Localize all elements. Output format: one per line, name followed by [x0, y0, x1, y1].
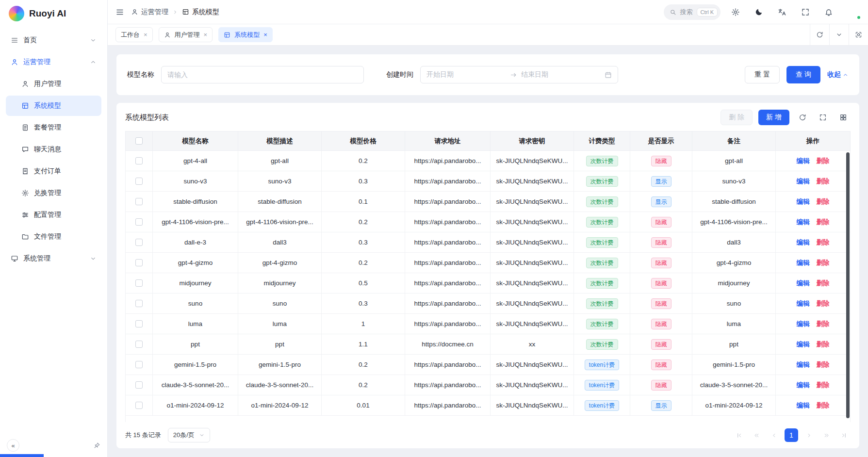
model-name-label: 模型名称 [127, 70, 154, 79]
delete-link[interactable]: 删除 [817, 178, 830, 185]
table-fullscreen-button[interactable] [816, 110, 830, 125]
pin-icon[interactable] [93, 442, 100, 449]
dark-mode-button[interactable] [751, 4, 767, 20]
delete-link[interactable]: 删除 [817, 239, 830, 246]
search-button[interactable]: 查 询 [786, 66, 820, 83]
sidebar-item-config[interactable]: 配置管理 [6, 205, 101, 225]
user-avatar[interactable] [846, 5, 860, 19]
edit-link[interactable]: 编辑 [797, 361, 810, 368]
select-all-checkbox[interactable] [135, 137, 143, 145]
reset-button[interactable]: 重 置 [745, 66, 780, 83]
row-checkbox[interactable] [135, 320, 143, 327]
edit-link[interactable]: 编辑 [797, 198, 810, 205]
close-icon[interactable]: × [263, 32, 267, 38]
sidebar-item-home[interactable]: 首页 [6, 30, 101, 50]
tab-refresh-button[interactable] [810, 24, 829, 45]
pagination-prev-button[interactable] [767, 428, 781, 442]
delete-link[interactable]: 删除 [817, 198, 830, 205]
edit-link[interactable]: 编辑 [797, 402, 810, 409]
table-scrollbar[interactable] [846, 152, 850, 418]
delete-link[interactable]: 删除 [817, 320, 830, 327]
notifications-button[interactable] [820, 4, 837, 20]
row-checkbox[interactable] [135, 198, 143, 205]
calendar-icon[interactable] [605, 71, 612, 79]
submenu-icon [21, 124, 29, 131]
sidebar-item-system[interactable]: 系统管理 [6, 248, 101, 269]
delete-link[interactable]: 删除 [817, 259, 830, 266]
cell-remark: stable-diffusion [692, 192, 776, 212]
delete-link[interactable]: 删除 [817, 300, 830, 307]
row-checkbox[interactable] [135, 259, 143, 266]
pagination-next-button[interactable] [802, 428, 816, 442]
home-icon [11, 36, 18, 44]
pagination-first-button[interactable] [732, 428, 746, 442]
row-checkbox[interactable] [135, 178, 143, 185]
breadcrumb-item-operations[interactable]: 运营管理 [131, 8, 168, 16]
sidebar-item-models[interactable]: 系统模型 [6, 96, 101, 116]
language-button[interactable] [774, 4, 790, 20]
column-settings-button[interactable] [836, 110, 851, 125]
tab-user-management[interactable]: 用户管理 × [159, 27, 213, 42]
hamburger-icon[interactable] [115, 8, 124, 16]
delete-button[interactable]: 删 除 [721, 110, 753, 125]
sidebar-item-files[interactable]: 文件管理 [6, 227, 101, 247]
edit-link[interactable]: 编辑 [797, 381, 810, 389]
close-icon[interactable]: × [204, 32, 208, 38]
visibility-tag: 隐藏 [651, 359, 671, 370]
close-icon[interactable]: × [144, 32, 147, 38]
edit-link[interactable]: 编辑 [797, 279, 810, 287]
fullscreen-button[interactable] [797, 4, 814, 20]
submenu-icon [21, 233, 29, 241]
settings-button[interactable] [727, 4, 744, 20]
breadcrumb-item-models[interactable]: 系统模型 [182, 8, 219, 16]
edit-link[interactable]: 编辑 [797, 300, 810, 307]
row-checkbox[interactable] [135, 341, 143, 348]
edit-link[interactable]: 编辑 [797, 259, 810, 266]
sidebar-collapse-button[interactable]: « [7, 439, 19, 452]
tab-fullscreen-button[interactable] [849, 24, 868, 45]
delete-link[interactable]: 删除 [817, 157, 830, 164]
add-button[interactable]: 新 增 [758, 110, 789, 125]
delete-link[interactable]: 删除 [817, 218, 830, 226]
tab-system-models[interactable]: 系统模型 × [218, 27, 273, 42]
pagination-page-1[interactable]: 1 [785, 428, 798, 442]
pagination-last-button[interactable] [837, 428, 851, 442]
sidebar-item-packages[interactable]: 套餐管理 [6, 117, 101, 138]
collapse-filter-link[interactable]: 收起 [827, 70, 849, 79]
page-size-select[interactable]: 20条/页 [168, 428, 210, 442]
cell-operations: 编辑删除 [776, 314, 851, 334]
row-checkbox[interactable] [135, 157, 143, 164]
sidebar-item-users[interactable]: 用户管理 [6, 74, 101, 94]
sidebar-item-exchange[interactable]: 兑换管理 [6, 183, 101, 203]
date-range-picker[interactable]: 开始日期 结束日期 [420, 66, 618, 83]
sidebar-item-chat[interactable]: 聊天消息 [6, 139, 101, 160]
row-checkbox[interactable] [135, 279, 143, 287]
delete-link[interactable]: 删除 [817, 361, 830, 368]
global-search[interactable]: 搜索 Ctrl K [664, 4, 721, 20]
edit-link[interactable]: 编辑 [797, 239, 810, 246]
table-refresh-button[interactable] [795, 110, 810, 125]
pagination-forward10-button[interactable] [819, 428, 833, 442]
tab-menu-button[interactable] [829, 24, 849, 45]
sidebar-item-orders[interactable]: 支付订单 [6, 161, 101, 181]
row-checkbox[interactable] [135, 402, 143, 409]
cell-model-price: 0.5 [322, 273, 405, 294]
delete-link[interactable]: 删除 [817, 279, 830, 287]
edit-link[interactable]: 编辑 [797, 341, 810, 348]
delete-link[interactable]: 删除 [817, 402, 830, 409]
sidebar-item-operations[interactable]: 运营管理 [6, 52, 101, 72]
row-checkbox[interactable] [135, 361, 143, 368]
edit-link[interactable]: 编辑 [797, 320, 810, 327]
edit-link[interactable]: 编辑 [797, 157, 810, 164]
row-checkbox[interactable] [135, 239, 143, 246]
pagination-back10-button[interactable] [750, 428, 763, 442]
delete-link[interactable]: 删除 [817, 381, 830, 389]
delete-link[interactable]: 删除 [817, 341, 830, 348]
model-name-input[interactable] [161, 66, 364, 83]
row-checkbox[interactable] [135, 300, 143, 307]
tab-workbench[interactable]: 工作台 × [115, 27, 153, 42]
edit-link[interactable]: 编辑 [797, 218, 810, 226]
row-checkbox[interactable] [135, 381, 143, 389]
edit-link[interactable]: 编辑 [797, 178, 810, 185]
row-checkbox[interactable] [135, 218, 143, 226]
